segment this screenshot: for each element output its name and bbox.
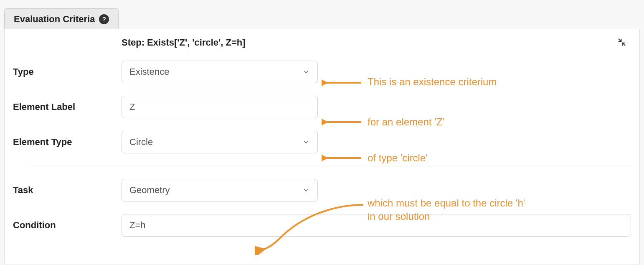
annotation-3: of type 'circle' bbox=[368, 151, 428, 165]
divider bbox=[30, 166, 631, 166]
input-condition-value: Z=h bbox=[129, 220, 146, 231]
input-element-label-value: Z bbox=[129, 102, 135, 112]
help-icon[interactable]: ? bbox=[99, 14, 109, 24]
label-element-label: Element Label bbox=[13, 102, 122, 112]
select-type-value: Existence bbox=[129, 66, 169, 77]
tab-label: Evaluation Criteria bbox=[14, 14, 95, 25]
tab-evaluation-criteria[interactable]: Evaluation Criteria ? bbox=[4, 8, 119, 29]
label-task: Task bbox=[13, 185, 122, 196]
input-element-label[interactable]: Z bbox=[122, 96, 318, 118]
label-condition: Condition bbox=[13, 220, 122, 231]
label-type: Type bbox=[13, 66, 122, 77]
compress-icon[interactable] bbox=[618, 38, 627, 47]
select-type[interactable]: Existence bbox=[122, 61, 318, 83]
chevron-down-icon bbox=[302, 186, 310, 194]
annotation-4: which must be equal to the circle 'h' in… bbox=[368, 196, 526, 224]
annotation-2: for an element 'Z' bbox=[368, 115, 444, 129]
select-element-type-value: Circle bbox=[129, 137, 153, 148]
chevron-down-icon bbox=[302, 138, 310, 146]
select-task-value: Geometry bbox=[129, 185, 170, 196]
select-task[interactable]: Geometry bbox=[122, 179, 318, 201]
chevron-down-icon bbox=[302, 68, 310, 76]
select-element-type[interactable]: Circle bbox=[122, 131, 318, 153]
evaluation-panel: Step: Exists['Z', 'circle', Z=h] Type Ex… bbox=[4, 29, 640, 265]
step-title: Step: Exists['Z', 'circle', Z=h] bbox=[122, 37, 246, 48]
annotation-1: This is an existence criterium bbox=[368, 75, 497, 89]
label-element-type: Element Type bbox=[13, 137, 122, 148]
